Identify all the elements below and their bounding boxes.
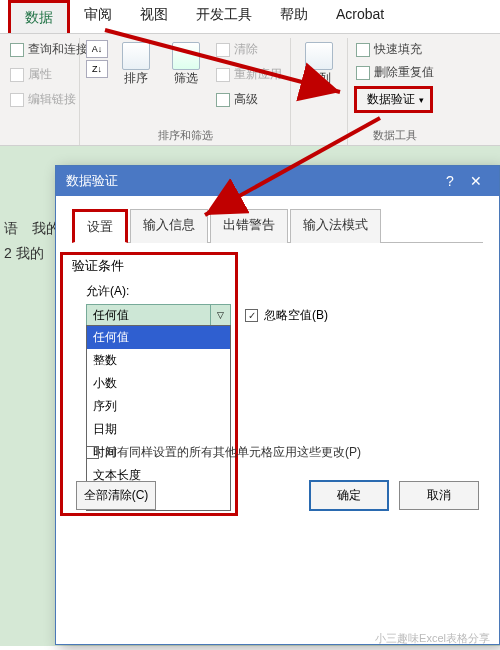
sort-desc-button[interactable]: Z↓: [86, 60, 108, 78]
text-to-columns-button[interactable]: 分列: [297, 40, 341, 87]
ok-button[interactable]: 确定: [309, 480, 389, 511]
remove-dup-icon: [356, 66, 370, 80]
label: 筛选: [174, 72, 198, 85]
ribbon-tab-data[interactable]: 数据: [8, 0, 70, 33]
sort-quick-buttons: A↓ Z↓: [86, 40, 108, 78]
clear-icon: [216, 43, 230, 57]
apply-all-checkbox[interactable]: 对有同样设置的所有其他单元格应用这些更改(P): [86, 444, 361, 461]
label: 对有同样设置的所有其他单元格应用这些更改(P): [105, 444, 361, 461]
reapply-icon: [216, 68, 230, 82]
edit-link-icon: [10, 93, 24, 107]
allow-option-any[interactable]: 任何值: [87, 326, 230, 349]
label: 高级: [234, 91, 258, 108]
allow-option-list[interactable]: 序列: [87, 395, 230, 418]
label: 快速填充: [374, 41, 422, 58]
label: 重新应用: [234, 66, 282, 83]
flash-fill-button[interactable]: 快速填充: [354, 40, 424, 59]
properties-icon: [10, 68, 24, 82]
flash-fill-icon: [356, 43, 370, 57]
dialog-tabs: 设置 输入信息 出错警告 输入法模式: [72, 208, 483, 243]
data-validation-dialog: 数据验证 ? ✕ 设置 输入信息 出错警告 输入法模式 验证条件 允许(A): …: [55, 165, 500, 645]
dialog-tab-settings[interactable]: 设置: [72, 209, 128, 243]
advanced-filter-button[interactable]: 高级: [214, 90, 284, 109]
cancel-button[interactable]: 取消: [399, 481, 479, 510]
filter-button[interactable]: 筛选: [164, 40, 208, 87]
advanced-icon: [216, 93, 230, 107]
clear-all-button[interactable]: 全部清除(C): [76, 481, 156, 510]
group-label-tools: 数据工具: [354, 126, 436, 143]
group-label: [297, 141, 341, 143]
sort-button[interactable]: 排序: [114, 40, 158, 87]
allow-option-date[interactable]: 日期: [87, 418, 230, 441]
allow-value: 任何值: [87, 307, 210, 324]
filter-icon: [172, 42, 200, 70]
watermark: 小三趣味Excel表格分享: [375, 631, 490, 646]
dialog-title-text: 数据验证: [66, 172, 118, 190]
remove-duplicates-button[interactable]: 删除重复值: [354, 63, 436, 82]
dialog-titlebar[interactable]: 数据验证 ? ✕: [56, 166, 499, 196]
label: 清除: [234, 41, 258, 58]
checkbox-icon: ✓: [245, 309, 258, 322]
allow-option-integer[interactable]: 整数: [87, 349, 230, 372]
group-label-sort: 排序和筛选: [86, 126, 284, 143]
dialog-tab-input-message[interactable]: 输入信息: [130, 209, 208, 243]
close-button[interactable]: ✕: [463, 173, 489, 189]
label: 查询和连接: [28, 41, 88, 58]
ribbon-tabs: 数据 审阅 视图 开发工具 帮助 Acrobat: [0, 0, 500, 34]
label: 属性: [28, 66, 52, 83]
ignore-blank-checkbox[interactable]: ✓ 忽略空值(B): [245, 307, 328, 324]
label: 分列: [307, 72, 331, 85]
dialog-tab-error-alert[interactable]: 出错警告: [210, 209, 288, 243]
chevron-down-icon[interactable]: ▽: [210, 305, 230, 325]
split-icon: [305, 42, 333, 70]
label: 排序: [124, 72, 148, 85]
chevron-down-icon: ▾: [419, 95, 424, 105]
properties-button: 属性: [8, 65, 54, 84]
ribbon-tab-acrobat[interactable]: Acrobat: [322, 0, 398, 33]
sort-icon: [122, 42, 150, 70]
ribbon-tab-developer[interactable]: 开发工具: [182, 0, 266, 33]
label: 数据验证: [367, 91, 415, 108]
ribbon: 查询和连接 属性 编辑链接 A↓ Z↓ 排序 筛选 清除 重新应用 高级: [0, 34, 500, 146]
validation-criteria-label: 验证条件: [72, 257, 483, 275]
clear-filter-button: 清除: [214, 40, 284, 59]
allow-option-decimal[interactable]: 小数: [87, 372, 230, 395]
label: 删除重复值: [374, 64, 434, 81]
label: 忽略空值(B): [264, 307, 328, 324]
help-button[interactable]: ?: [437, 173, 463, 189]
ribbon-tab-help[interactable]: 帮助: [266, 0, 322, 33]
sort-asc-button[interactable]: A↓: [86, 40, 108, 58]
dialog-tab-ime-mode[interactable]: 输入法模式: [290, 209, 381, 243]
label: 编辑链接: [28, 91, 76, 108]
data-validation-button[interactable]: 数据验证 ▾: [354, 86, 433, 113]
ribbon-tab-view[interactable]: 视图: [126, 0, 182, 33]
ribbon-tab-review[interactable]: 审阅: [70, 0, 126, 33]
allow-label: 允许(A):: [86, 283, 483, 300]
reapply-filter-button: 重新应用: [214, 65, 284, 84]
group-label: [8, 141, 73, 143]
queries-connections-button[interactable]: 查询和连接: [8, 40, 90, 59]
edit-links-button: 编辑链接: [8, 90, 78, 109]
checkbox-icon: [86, 446, 99, 459]
link-icon: [10, 43, 24, 57]
